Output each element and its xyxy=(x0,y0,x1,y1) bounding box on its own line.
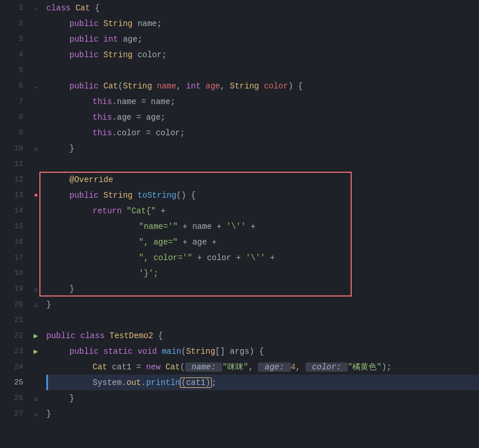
code-line-25: System.out.println(cat1); xyxy=(46,375,479,390)
token: '}'; xyxy=(139,269,159,278)
gutter-15 xyxy=(30,219,42,234)
run-icon-23[interactable]: ▶ xyxy=(34,347,38,356)
line-num-6: 6 xyxy=(0,78,23,94)
hint-color-label: color: xyxy=(305,362,348,372)
breakpoint-icon-13[interactable]: ● xyxy=(34,191,38,199)
token: cat1 = xyxy=(112,362,146,372)
token: "Cat{" xyxy=(127,206,156,216)
line-num-11: 11 xyxy=(0,156,23,172)
code-line-12: @Override xyxy=(46,172,479,187)
token: (cat1) xyxy=(181,378,210,387)
token: this xyxy=(93,97,112,106)
gutter-20[interactable]: △ xyxy=(30,297,42,312)
gutter-24 xyxy=(30,359,42,375)
line-num-22: 22 xyxy=(0,328,23,343)
gutter-11 xyxy=(30,156,42,172)
token: + xyxy=(265,253,275,262)
gutter-16 xyxy=(30,234,42,250)
token: + xyxy=(246,222,256,231)
token: color xyxy=(138,50,162,60)
code-line-5 xyxy=(46,62,479,78)
token: ; xyxy=(162,50,167,60)
line-numbers: 1 2 3 4 5 6 7 8 9 10 11 12 13 14 15 16 1… xyxy=(0,0,30,448)
fold-icon-6: ⌄ xyxy=(34,83,38,90)
token: } xyxy=(46,300,51,309)
line-num-18: 18 xyxy=(0,265,23,281)
fold-icon-19: △ xyxy=(34,286,38,293)
gutter-19[interactable]: △ xyxy=(30,281,42,297)
code-line-2: public String name; xyxy=(46,16,479,31)
token: String xyxy=(104,19,138,28)
line-num-25: 25 xyxy=(0,375,23,390)
line-num-5: 5 xyxy=(0,62,23,78)
gutter-6[interactable]: ⌄ xyxy=(30,78,42,94)
line-num-4: 4 xyxy=(0,47,23,62)
gutter-5 xyxy=(30,62,42,78)
gutter-18 xyxy=(30,265,42,281)
token: @Override xyxy=(69,175,113,184)
token: .name = name; xyxy=(112,97,175,106)
gutter-1[interactable]: ⌄ xyxy=(30,0,42,16)
gutter-23[interactable]: ▶ xyxy=(30,343,42,359)
code-line-26: } xyxy=(46,390,479,406)
gutter-8 xyxy=(30,109,42,125)
underline-box: (cat1) xyxy=(180,377,211,388)
line-num-17: 17 xyxy=(0,250,23,265)
fold-icon-10: △ xyxy=(34,145,38,152)
gutter-13[interactable]: ● xyxy=(30,187,42,203)
token: String xyxy=(123,82,157,91)
code-line-9: this.color = color; xyxy=(46,125,479,140)
token: out xyxy=(127,378,141,387)
token: public xyxy=(69,50,104,60)
token: Cat xyxy=(104,82,118,91)
token: , xyxy=(176,82,186,91)
gutter-26[interactable]: △ xyxy=(30,390,42,406)
token: main xyxy=(162,347,182,356)
token: public xyxy=(69,35,104,44)
gutter-10[interactable]: △ xyxy=(30,140,42,156)
token: public xyxy=(69,191,104,200)
token: + age + xyxy=(178,238,216,247)
token: ; xyxy=(157,19,161,28)
token: name xyxy=(157,82,176,91)
code-line-1: class Cat { xyxy=(46,0,479,16)
token: , xyxy=(296,362,300,372)
token: public xyxy=(69,19,104,28)
token: public xyxy=(69,82,104,91)
token: this xyxy=(93,128,112,138)
line-num-24: 24 xyxy=(0,359,23,375)
line-num-16: 16 xyxy=(0,234,23,250)
token: class xyxy=(80,331,109,340)
line-num-8: 8 xyxy=(0,109,23,125)
token: } xyxy=(46,409,51,419)
token: int xyxy=(104,35,123,44)
token: '\'' xyxy=(246,253,266,262)
line-num-3: 3 xyxy=(0,31,23,47)
token: + name + xyxy=(178,222,226,231)
token: String xyxy=(104,191,138,200)
token: String xyxy=(104,50,138,60)
code-line-19: } xyxy=(46,281,479,297)
token: toString xyxy=(138,191,176,200)
token: public xyxy=(46,331,80,340)
gutter-9 xyxy=(30,125,42,140)
token: ", color='" xyxy=(139,253,192,262)
token: ; xyxy=(138,35,142,44)
line-num-21: 21 xyxy=(0,312,23,328)
hint-name-label: name: xyxy=(185,362,223,372)
token: Cat xyxy=(93,362,112,372)
token: } xyxy=(69,394,74,403)
token: . xyxy=(141,378,146,387)
code-editor: 1 2 3 4 5 6 7 8 9 10 11 12 13 14 15 16 1… xyxy=(0,0,479,448)
token: ( xyxy=(181,347,186,356)
token: ", age=" xyxy=(139,238,178,247)
gutter-22[interactable]: ▶ xyxy=(30,328,42,343)
code-line-20: } xyxy=(46,297,479,312)
line-num-2: 2 xyxy=(0,16,23,31)
run-icon-22[interactable]: ▶ xyxy=(34,331,38,340)
token: class xyxy=(46,3,75,13)
token: '\'' xyxy=(226,222,246,231)
gutter-27[interactable]: △ xyxy=(30,406,42,421)
token: () { xyxy=(176,191,196,200)
token: "name='" xyxy=(139,222,178,231)
